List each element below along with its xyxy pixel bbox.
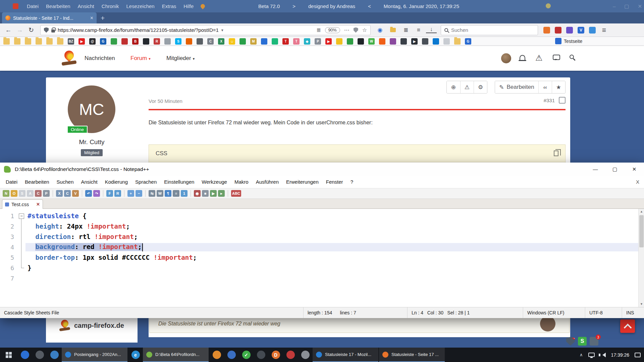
bookmark-favicon[interactable]: G (465, 38, 471, 45)
tab-close-icon[interactable]: × (90, 15, 93, 21)
volume-icon[interactable] (600, 353, 606, 357)
editor-line-7[interactable]: 7 (0, 273, 638, 284)
overlay-shield-icon[interactable]: 5 (566, 337, 575, 346)
edit-button[interactable]: ✎Bearbeiten (495, 81, 538, 93)
bookmark-folder-icon[interactable] (36, 38, 42, 45)
status-insert-mode[interactable]: INS (622, 307, 644, 318)
paste-icon[interactable]: V (72, 190, 79, 197)
quote-button[interactable]: “ (538, 81, 552, 93)
document-tab[interactable]: Test.css ✕ (2, 199, 43, 209)
start-button[interactable] (0, 348, 17, 362)
editor-line-5[interactable]: 5 border-top: 1px solid #CCCCCC !importa… (0, 252, 638, 263)
bookmark-favicon[interactable]: T (282, 38, 289, 45)
forum-nav-mitglieder[interactable]: Mitglieder▾ (166, 46, 195, 71)
bookmark-favicon[interactable]: ▶ (325, 38, 332, 45)
forum-nav-forum[interactable]: Forum▾ (130, 46, 151, 71)
forward-button[interactable]: → (14, 26, 25, 34)
bookmark-favicon[interactable]: C (207, 38, 214, 45)
extension-blue-icon[interactable] (589, 27, 596, 34)
lock-icon[interactable] (51, 29, 55, 33)
taskbar-antivirus-icon[interactable]: ✓ (239, 348, 254, 362)
post-number[interactable]: #331 (544, 98, 555, 103)
notepad-maximize-icon[interactable]: ▢ (605, 163, 625, 176)
post-web-globe-icon[interactable]: ⊕ (447, 81, 460, 93)
redo-icon[interactable]: ↷ (93, 190, 100, 197)
save-all-icon[interactable]: A (27, 190, 34, 197)
undo-icon[interactable]: ↶ (85, 190, 92, 197)
post-report-warning-icon[interactable]: ⚠ (460, 81, 474, 93)
editor-line-2[interactable]: 2 height: 24px !important; (0, 221, 638, 232)
notepad-menu-bearbeiten[interactable]: Bearbeiten (21, 179, 53, 185)
bookmark-favicon[interactable] (390, 38, 396, 45)
notepad-menu-suchen[interactable]: Suchen (53, 179, 77, 185)
find-icon[interactable]: F (106, 190, 113, 197)
bookmarks-folder-icon[interactable] (390, 28, 396, 32)
play-macro-icon[interactable]: ▶ (210, 190, 217, 197)
bookmark-favicon[interactable] (358, 38, 364, 45)
url-text[interactable]: https://www.camp-firefox.de/forum/thema/… (58, 27, 219, 33)
bookmark-favicon[interactable]: M (250, 38, 257, 45)
bookmark-favicon[interactable] (121, 38, 128, 45)
editor-line-1[interactable]: 1#statusleiste { (0, 211, 638, 221)
tracking-shield-icon[interactable] (44, 27, 49, 33)
extension-red-icon[interactable] (555, 27, 561, 34)
zoom-in-icon[interactable]: + (127, 190, 134, 197)
bookmark-star-icon[interactable]: ☆ (362, 27, 367, 33)
editor-scrollbar[interactable]: ▲ ▼ (638, 209, 644, 307)
cut-icon[interactable]: X (56, 190, 63, 197)
menubar-item-lesezeichen[interactable]: Lesezeichen (122, 3, 158, 9)
extension-v-icon[interactable]: V (578, 27, 584, 34)
bookmark-favicon[interactable] (272, 38, 278, 45)
close-document-x[interactable]: X (636, 179, 639, 185)
notepad-menu-makro[interactable]: Makro (231, 179, 252, 185)
notepad-menu-einstellungen[interactable]: Einstellungen (160, 179, 198, 185)
notepad-titlebar[interactable]: D:\Beta 64\Profilordner\chrome\CSS\Test.… (0, 163, 644, 176)
taskbar-globe-icon[interactable] (47, 348, 62, 362)
word-wrap-icon[interactable]: W (157, 190, 163, 197)
document-tab-close-icon[interactable]: ✕ (36, 202, 40, 207)
bookmark-folder-icon[interactable] (3, 38, 10, 45)
taskbar-tool4-icon[interactable] (283, 348, 298, 362)
reading-list-icon[interactable]: ≣ (400, 26, 411, 34)
post-select-checkbox[interactable] (559, 97, 566, 104)
menubar-item-bearbeiten[interactable]: Bearbeiten (42, 3, 74, 9)
notepad-menu-ausfhren[interactable]: Ausführen (252, 179, 282, 185)
bookmark-favicon[interactable]: X (218, 38, 224, 45)
bookmark-testseite[interactable]: Testseite (555, 38, 582, 44)
new-file-icon[interactable]: N (3, 190, 9, 197)
menubar-item-extras[interactable]: Extras (158, 3, 180, 9)
bookmark-folder-icon[interactable] (454, 38, 461, 45)
bookmark-favicon[interactable]: P (315, 38, 321, 45)
copy-code-icon[interactable] (554, 150, 558, 156)
bookmark-favicon[interactable] (164, 38, 171, 45)
download-icon[interactable]: ↓ (426, 27, 437, 33)
window-controls[interactable]: –▢✕ (613, 0, 642, 12)
footer-brand[interactable]: camp-firefox.de (59, 319, 124, 332)
maximize-icon[interactable]: ▢ (624, 3, 629, 9)
bookmark-favicon[interactable] (443, 38, 450, 45)
taskbar-folder-icon[interactable] (298, 348, 313, 362)
bookmark-folder-icon[interactable] (57, 38, 63, 45)
bookmark-favicon[interactable]: ▶ (78, 38, 85, 45)
action-center-icon[interactable] (635, 353, 641, 357)
bookmark-favicon[interactable]: R (154, 38, 160, 45)
menubar-item-chronik[interactable]: Chronik (98, 3, 123, 9)
taskbar-dvbviewer-icon[interactable]: D (268, 348, 283, 362)
zoom-out-icon[interactable]: − (136, 190, 142, 197)
bookmark-folder-icon[interactable] (46, 38, 53, 45)
bookmark-favicon[interactable]: G (100, 38, 106, 45)
bookmark-favicon[interactable]: ◆ (304, 38, 310, 45)
notepad-menu-erweiterungen[interactable]: Erweiterungen (282, 179, 322, 185)
search-bar[interactable]: Suchen (441, 25, 538, 35)
like-star-button[interactable]: ★ (552, 81, 565, 93)
bookmark-favicon[interactable]: ▶ (411, 38, 418, 45)
sync-scroll-icon[interactable]: ⇆ (149, 190, 155, 197)
print-icon[interactable]: P (43, 190, 50, 197)
open-file-icon[interactable]: O (11, 190, 17, 197)
overlay-third-icon[interactable]: 3 (590, 337, 598, 346)
taskbar-tool3-icon[interactable] (254, 348, 268, 362)
browser-tab-active[interactable]: Statusleiste - Seite 17 - Ind... × (2, 12, 97, 23)
new-tab-button[interactable]: + (97, 14, 109, 23)
bookmark-favicon[interactable] (143, 38, 149, 45)
network-icon[interactable] (588, 353, 595, 357)
